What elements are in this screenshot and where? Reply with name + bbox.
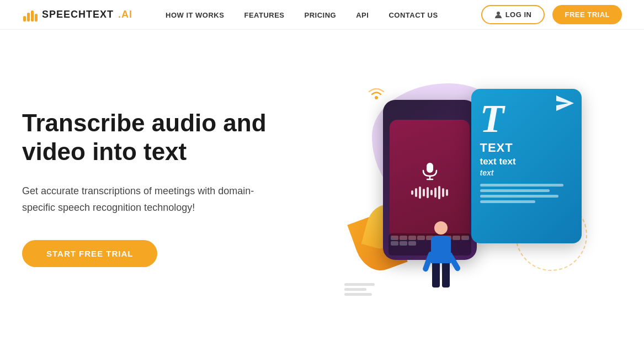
- person-illustration: [424, 221, 457, 293]
- svg-rect-3: [35, 14, 38, 22]
- free-trial-button[interactable]: FREE TRIAL: [552, 5, 622, 24]
- sound-wave-bars: [411, 186, 448, 199]
- hero-illustration: T TEXT text text text: [339, 72, 593, 304]
- tablet-device: T TEXT text text text: [471, 89, 582, 243]
- person-head: [434, 221, 448, 235]
- logo-icon: [22, 7, 38, 23]
- microphone-icon: [419, 161, 440, 182]
- hero-title: Transcribe audio and video into text: [22, 109, 309, 167]
- svg-rect-2: [31, 10, 34, 22]
- logo-text-main: SPEECHTEXT: [42, 9, 114, 20]
- wifi-icon: [366, 83, 386, 105]
- tablet-lines: [480, 184, 573, 203]
- nav-links: HOW IT WORKS FEATURES PRICING API CONTAC…: [166, 10, 481, 20]
- hero-description: Get accurate transcriptions of meetings …: [22, 183, 259, 216]
- person-body: [431, 236, 451, 263]
- nav-contact-us[interactable]: CONTACT US: [388, 11, 438, 19]
- hero-right: T TEXT text text text: [309, 67, 622, 310]
- svg-point-5: [375, 96, 378, 99]
- svg-rect-6: [427, 163, 433, 173]
- navbar: SPEECHTEXT.AI HOW IT WORKS FEATURES PRIC…: [0, 0, 644, 30]
- nav-features[interactable]: FEATURES: [244, 11, 284, 19]
- nav-actions: LOG IN FREE TRIAL: [481, 5, 622, 24]
- tablet-text-large: TEXT: [480, 141, 573, 155]
- bottom-lines: [344, 283, 375, 296]
- hero-left: Transcribe audio and video into text Get…: [22, 109, 309, 268]
- nav-pricing[interactable]: PRICING: [305, 11, 337, 19]
- tablet-text-medium: text text: [480, 156, 573, 167]
- logo-text-accent: .AI: [118, 9, 132, 20]
- tablet-text-small: text: [480, 168, 573, 177]
- nav-api[interactable]: API: [356, 11, 369, 19]
- hero-section: Transcribe audio and video into text Get…: [0, 30, 644, 346]
- svg-point-4: [497, 12, 500, 15]
- tablet-letter: T: [480, 99, 573, 139]
- svg-rect-0: [23, 16, 26, 22]
- nav-how-it-works[interactable]: HOW IT WORKS: [166, 11, 224, 19]
- svg-rect-1: [27, 13, 30, 22]
- login-button[interactable]: LOG IN: [481, 5, 545, 24]
- logo-link[interactable]: SPEECHTEXT.AI: [22, 7, 132, 23]
- start-free-trial-button[interactable]: START FREE TRIAL: [22, 240, 157, 267]
- user-icon: [494, 11, 502, 19]
